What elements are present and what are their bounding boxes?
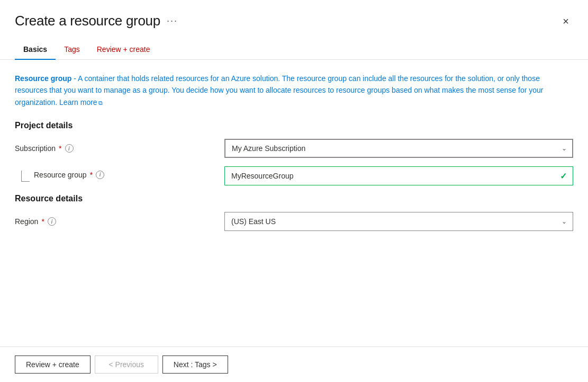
tab-review-create[interactable]: Review + create (88, 40, 159, 60)
dialog-footer: Review + create < Previous Next : Tags > (0, 347, 588, 382)
resource-group-label: Resource group * i (34, 171, 104, 179)
subscription-label: Subscription * i (15, 144, 216, 153)
subscription-required: * (59, 144, 61, 153)
resource-group-row: Resource group * i MyResourceGroup ✓ (15, 166, 573, 185)
subscription-dropdown[interactable]: My Azure Subscription (224, 139, 573, 158)
resource-details-title: Resource details (15, 194, 573, 203)
resource-details-section: Resource details Region * i (US) East US… (15, 194, 573, 231)
next-button[interactable]: Next : Tags > (162, 356, 228, 374)
dialog-header: Create a resource group ··· × (0, 0, 588, 29)
dialog-title: Create a resource group (15, 13, 160, 29)
region-dropdown[interactable]: (US) East US (224, 212, 573, 231)
resource-group-dropdown-wrapper: MyResourceGroup ✓ (224, 166, 573, 185)
description-bold: Resource group (15, 74, 71, 83)
region-dropdown-wrapper: (US) East US ⌄ (224, 212, 573, 231)
dialog-body: Resource group - A container that holds … (0, 60, 588, 347)
resource-group-required: * (90, 171, 93, 179)
learn-more-link[interactable]: Learn more⧉ (59, 98, 103, 106)
region-row: Region * i (US) East US ⌄ (15, 212, 573, 231)
dialog-more-options[interactable]: ··· (167, 15, 178, 26)
tab-basics[interactable]: Basics (15, 40, 56, 60)
tab-tags[interactable]: Tags (56, 40, 88, 60)
external-link-icon: ⧉ (98, 99, 103, 108)
tab-bar: Basics Tags Review + create (0, 29, 588, 60)
subscription-info-icon[interactable]: i (65, 144, 74, 153)
resource-group-label-container: Resource group * i (15, 171, 216, 182)
resource-group-dropdown[interactable]: MyResourceGroup (224, 166, 573, 185)
dialog-title-area: Create a resource group ··· (15, 13, 178, 29)
region-label: Region * i (15, 217, 216, 226)
create-resource-group-dialog: Create a resource group ··· × Basics Tag… (0, 0, 588, 382)
resource-group-info-icon[interactable]: i (96, 171, 104, 179)
close-button[interactable]: × (558, 14, 573, 29)
project-details-title: Project details (15, 121, 573, 130)
region-info-icon[interactable]: i (48, 217, 56, 226)
description-block: Resource group - A container that holds … (15, 73, 573, 108)
review-create-button[interactable]: Review + create (15, 356, 91, 374)
subscription-row: Subscription * i My Azure Subscription ⌄ (15, 139, 573, 158)
subscription-dropdown-wrapper: My Azure Subscription ⌄ (224, 139, 573, 158)
previous-button: < Previous (95, 356, 158, 374)
region-required: * (41, 217, 44, 226)
